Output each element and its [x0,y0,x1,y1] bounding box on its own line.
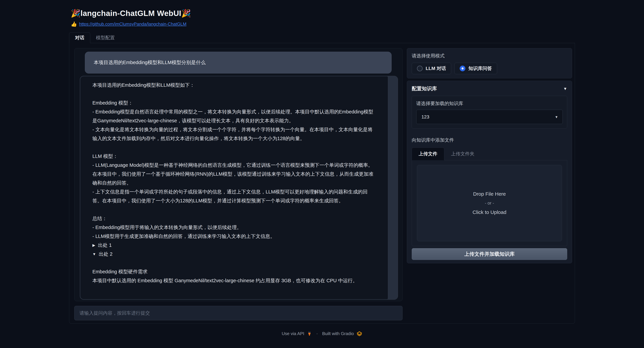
bot-paragraph: - Embedding模型是自然语言处理中常用的模型之一，将文本转换为向量形式，… [92,107,376,125]
upload-tab-nav: 上传文件 上传文件夹 [412,147,567,160]
bot-paragraph: - LLM(Language Model)模型是一种基于神经网络的自然语言生成模… [92,161,376,187]
radio-kb-qa-label: 知识库问答 [468,65,492,72]
bot-paragraph [92,90,376,99]
radio-kb-qa[interactable]: 知识库问答 [454,63,497,74]
drop-file-here-text: Drop File Here [473,191,506,197]
tab-upload-folder[interactable]: 上传文件夹 [444,148,481,160]
tab-chat[interactable]: 对话 [69,32,90,43]
bot-paragraph: Embedding 模型： [92,99,376,107]
mode-label: 请选择使用模式 [412,53,567,59]
upload-tab-panel: Drop File Here - or - Click to Upload [412,160,567,246]
chatbot-area: 本项目选用的Embedding模型和LLM模型分别是什么 本项目选用的Embed… [74,48,402,301]
bot-paragraph [92,205,376,214]
upload-and-load-kb-button[interactable]: 上传文件并加载知识库 [412,248,567,260]
bot-paragraph [92,143,376,152]
or-text: - or - [485,200,494,206]
kb-select-label: 请选择要加载的知识库 [416,100,563,107]
kb-select-box: 请选择要加载的知识库 123 ▾ [412,96,567,129]
sidebar-column: 请选择使用模式 LLM 对话 知识库问答 配置知识库 ▼ [407,48,572,321]
footer: Use via API · Built with Gradio [69,331,575,336]
chevron-down-icon: ▼ [563,86,567,91]
radio-llm-chat-label: LLM 对话 [426,65,446,72]
source-toggle-1[interactable]: ▶出处 1 [92,241,376,250]
plug-icon [307,331,312,336]
radio-selected-icon [460,66,466,71]
repo-link-row: 👍 https://github.com/imClumsyPanda/langc… [71,21,575,27]
built-with-gradio-link[interactable]: Built with Gradio [322,331,354,336]
bot-paragraph: - 上下文信息是指一个单词或字符所处的句子或段落中的信息，通过上下文信息，LLM… [92,187,376,205]
triangle-right-icon: ▶ [92,241,95,250]
bot-paragraph: - LLM模型用于生成更加准确和自然的回答，通过训练来学习输入文本的上下文信息。 [92,232,376,241]
kb-dropdown-value: 123 [422,114,429,120]
file-drop-zone[interactable]: Drop File Here - or - Click to Upload [417,165,562,241]
kb-dropdown[interactable]: 123 ▾ [416,110,563,124]
main-tab-nav: 对话 模型配置 [69,33,575,43]
use-via-api-link[interactable]: Use via API [282,331,304,336]
chat-column: 本项目选用的Embedding模型和LLM模型分别是什么 本项目选用的Embed… [74,48,402,321]
kb-config-accordion: 配置知识库 ▼ 请选择要加载的知识库 123 ▾ 向知识库中添加文件 上传文件 … [407,81,572,263]
mode-panel: 请选择使用模式 LLM 对话 知识库问答 [407,48,572,78]
dropdown-caret-icon: ▾ [556,115,558,119]
user-message: 本项目选用的Embedding模型和LLM模型分别是什么 [85,52,392,74]
add-file-label: 向知识库中添加文件 [412,137,567,143]
click-to-upload-text: Click to Upload [472,209,506,215]
bot-paragraph: 本项目选用的Embedding模型和LLM模型如下： [92,81,376,90]
bot-message: 本项目选用的Embedding模型和LLM模型如下：Embedding 模型：-… [80,76,398,300]
kb-config-accordion-header[interactable]: 配置知识库 ▼ [412,85,567,92]
footer-separator: · [316,331,318,336]
source-label: 出处 2 [99,250,112,259]
app-page: 🎉langchain-ChatGLM WebUI🎉 👍 https://gith… [0,0,644,348]
kb-config-title: 配置知识库 [412,85,437,92]
page-title: 🎉langchain-ChatGLM WebUI🎉 [71,9,575,18]
radio-llm-chat[interactable]: LLM 对话 [412,63,451,74]
chat-tab-content: 本项目选用的Embedding模型和LLM模型分别是什么 本项目选用的Embed… [69,43,575,324]
source-content-line: 本项目中默认选用的 Embedding 模型 GanymedeNil/text2… [92,276,376,285]
triangle-down-icon: ▼ [92,250,96,259]
thumbs-up-icon: 👍 [71,21,77,27]
source-toggle-2[interactable]: ▼出处 2 [92,250,376,259]
repo-link[interactable]: https://github.com/imClumsyPanda/langcha… [79,22,186,27]
bot-paragraph: - Embedding模型用于将输入的文本转换为向量形式，以便后续处理。 [92,223,376,232]
mode-radio-group: LLM 对话 知识库问答 [412,63,567,74]
bot-message-text: 本项目选用的Embedding模型和LLM模型如下：Embedding 模型：-… [80,76,388,299]
gradio-logo-icon [356,331,362,336]
bot-paragraph: 总结： [92,214,376,223]
source-label: 出处 1 [98,241,112,250]
source-content-line: Embedding 模型硬件需求 [92,267,376,276]
tab-upload-file[interactable]: 上传文件 [412,148,444,160]
radio-unselected-icon [417,66,422,71]
tab-model-config[interactable]: 模型配置 [90,33,120,43]
bot-paragraph: - 文本向量化是将文本转换为向量的过程，将文本分割成一个个字符，并将每个字符转换… [92,125,376,143]
question-input[interactable] [74,306,402,320]
source-2-content: Embedding 模型硬件需求本项目中默认选用的 Embedding 模型 G… [92,267,376,285]
bot-paragraph: LLM 模型： [92,152,376,161]
